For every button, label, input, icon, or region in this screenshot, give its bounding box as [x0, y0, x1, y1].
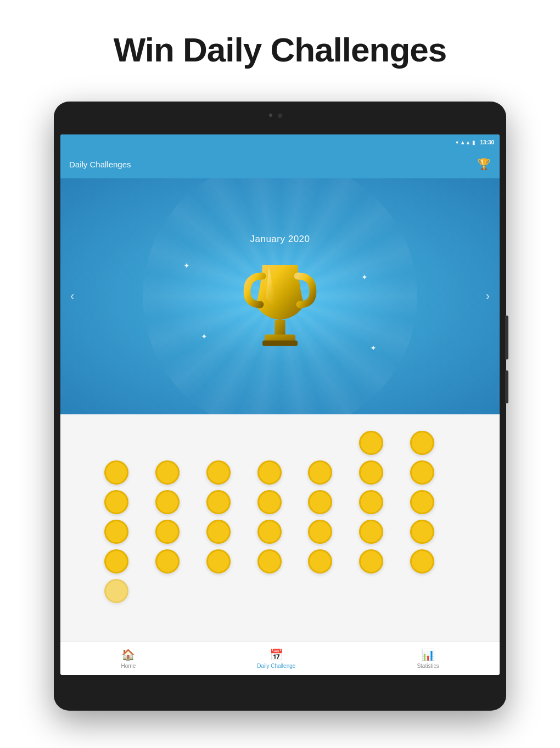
status-icons: ▾ ▲▲ ▮	[456, 139, 476, 145]
day-dot[interactable]	[410, 460, 434, 485]
day-dot[interactable]	[155, 549, 180, 573]
day-dot[interactable]	[410, 520, 434, 544]
day-dot[interactable]	[308, 520, 332, 544]
battery-icon: ▮	[472, 139, 475, 145]
day-dot[interactable]	[104, 549, 128, 573]
status-time: 13:30	[480, 139, 494, 145]
day-dot[interactable]	[206, 579, 231, 603]
day-dot[interactable]	[359, 460, 383, 485]
day-dot[interactable]	[104, 460, 128, 485]
statistics-icon: 📊	[421, 648, 435, 661]
day-dot[interactable]	[104, 579, 128, 603]
home-icon: 🏠	[121, 648, 135, 661]
day-dot[interactable]	[155, 490, 180, 514]
day-dot[interactable]	[359, 490, 383, 514]
day-dot[interactable]	[410, 490, 434, 514]
daily-challenge-icon: 📅	[270, 648, 283, 661]
day-dot[interactable]	[104, 431, 128, 455]
hero-section: ✦ ✦ ✦ ✦ ‹ January 2020	[60, 178, 500, 414]
day-dot[interactable]	[104, 490, 128, 514]
app-bar: Daily Challenges 🏆	[60, 150, 500, 178]
tablet-camera	[278, 114, 282, 118]
day-dot[interactable]	[308, 549, 332, 573]
svg-rect-2	[262, 341, 298, 346]
tablet-side-button	[505, 316, 508, 359]
tablet-device: ▾ ▲▲ ▮ 13:30 Daily Challenges 🏆 ✦ ✦ ✦ ✦ …	[54, 102, 506, 711]
day-dot[interactable]	[359, 579, 383, 603]
sparkle-2: ✦	[201, 332, 208, 341]
daily-challenge-label: Daily Challenge	[257, 663, 295, 669]
day-dot[interactable]	[359, 520, 383, 544]
day-dot[interactable]	[206, 460, 231, 485]
day-dot[interactable]	[257, 549, 282, 573]
day-dot[interactable]	[206, 490, 231, 514]
day-dot[interactable]	[359, 431, 383, 455]
day-dot[interactable]	[308, 490, 332, 514]
nav-statistics[interactable]: 📊 Statistics	[417, 648, 439, 669]
day-dot[interactable]	[257, 460, 282, 485]
day-dot[interactable]	[257, 490, 282, 514]
day-dot[interactable]	[410, 549, 434, 573]
home-label: Home	[121, 663, 136, 669]
day-dot[interactable]	[206, 520, 231, 544]
sparkle-3: ✦	[361, 273, 368, 282]
page-title: Win Daily Challenges	[0, 0, 560, 91]
day-dot[interactable]	[257, 431, 282, 455]
bottom-nav: 🏠 Home 📅 Daily Challenge 📊 Statistics	[60, 641, 500, 675]
nav-home[interactable]: 🏠 Home	[121, 648, 136, 669]
day-dot[interactable]	[308, 431, 332, 455]
wifi-icon: ▾	[456, 139, 458, 145]
calendar-grid	[104, 431, 456, 603]
month-label: January 2020	[250, 234, 310, 245]
calendar-section	[60, 414, 500, 650]
day-dot[interactable]	[410, 431, 434, 455]
tablet-side-button-2	[505, 370, 508, 403]
signal-icon: ▲▲	[460, 139, 471, 145]
day-dot[interactable]	[359, 549, 383, 573]
sparkle-1: ✦	[183, 261, 190, 270]
app-bar-title: Daily Challenges	[69, 160, 131, 169]
day-dot[interactable]	[155, 520, 180, 544]
day-dot[interactable]	[257, 579, 282, 603]
trophy-image	[236, 255, 324, 359]
sparkle-4: ✦	[370, 344, 377, 352]
day-dot[interactable]	[155, 579, 180, 603]
tablet-screen: ▾ ▲▲ ▮ 13:30 Daily Challenges 🏆 ✦ ✦ ✦ ✦ …	[60, 134, 500, 675]
day-dot[interactable]	[308, 460, 332, 485]
day-dot[interactable]	[104, 520, 128, 544]
statistics-label: Statistics	[417, 663, 439, 669]
next-month-button[interactable]: ›	[486, 289, 490, 303]
nav-daily-challenge[interactable]: 📅 Daily Challenge	[257, 648, 295, 669]
status-bar: ▾ ▲▲ ▮ 13:30	[60, 134, 500, 150]
svg-rect-0	[275, 320, 285, 335]
day-dot[interactable]	[308, 579, 332, 603]
trophy-nav-icon[interactable]: 🏆	[477, 158, 491, 171]
prev-month-button[interactable]: ‹	[70, 289, 74, 303]
day-dot[interactable]	[155, 431, 180, 455]
day-dot[interactable]	[410, 579, 434, 603]
day-dot[interactable]	[206, 549, 231, 573]
day-dot[interactable]	[257, 520, 282, 544]
day-dot[interactable]	[155, 460, 180, 485]
day-dot[interactable]	[206, 431, 231, 455]
